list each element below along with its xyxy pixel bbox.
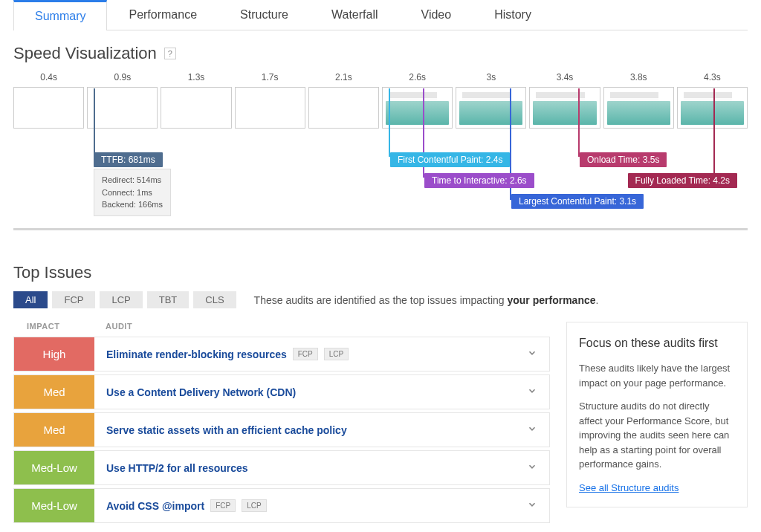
issues-table: IMPACT AUDIT HighEliminate render-blocki… xyxy=(13,322,550,526)
focus-box: Focus on these audits first These audits… xyxy=(566,322,748,507)
timeline-frame xyxy=(308,87,379,129)
pill-tti[interactable]: Time to Interactive: 2.6s xyxy=(424,173,534,188)
filter-all[interactable]: All xyxy=(13,291,48,308)
filter-desc-suffix: . xyxy=(596,294,599,306)
audit-tag: LCP xyxy=(242,499,266,512)
audit-tag: LCP xyxy=(324,348,349,360)
audit-cell[interactable]: Avoid CSS @importFCPLCP xyxy=(94,489,549,522)
marker-fcp-line xyxy=(389,88,390,157)
timeline-col: 1.3s xyxy=(161,72,231,129)
header-impact: IMPACT xyxy=(13,322,94,331)
chevron-down-icon xyxy=(527,348,537,360)
issue-row[interactable]: Med-LowAvoid CSS @importFCPLCP xyxy=(13,488,550,523)
timeline-label: 0.4s xyxy=(13,72,84,82)
focus-title: Focus on these audits first xyxy=(579,334,735,352)
timeline-col: 0.9s xyxy=(87,72,158,129)
filter-desc-bold: your performance xyxy=(507,294,595,306)
timeline-label: 1.3s xyxy=(161,72,231,82)
audit-cell[interactable]: Eliminate render-blocking resourcesFCPLC… xyxy=(94,337,549,371)
filter-description: These audits are identified as the top i… xyxy=(254,294,599,306)
timeline-col: 2.6s xyxy=(382,72,453,129)
audit-cell[interactable]: Use HTTP/2 for all resources xyxy=(94,451,549,484)
audit-tag: FCP xyxy=(293,348,318,360)
chevron-down-icon xyxy=(527,424,537,436)
impact-cell: Med xyxy=(14,375,94,409)
timeline-col: 1.7s xyxy=(235,72,305,129)
tab-summary[interactable]: Summary xyxy=(13,0,107,30)
chevron-down-icon xyxy=(527,461,537,474)
tab-waterfall[interactable]: Waterfall xyxy=(310,0,400,30)
top-issues-title: Top Issues xyxy=(13,263,748,282)
focus-p1: These audits likely have the largest imp… xyxy=(579,361,735,390)
timeline-frame xyxy=(677,87,748,129)
audit-cell[interactable]: Serve static assets with an efficient ca… xyxy=(94,413,549,447)
timeline-label: 0.9s xyxy=(87,72,158,82)
pill-ttfb[interactable]: TTFB: 681ms xyxy=(94,152,163,167)
pill-fcp[interactable]: First Contentful Paint: 2.4s xyxy=(390,152,510,167)
timeline-col: 0.4s xyxy=(13,72,84,129)
impact-cell: Med-Low xyxy=(14,451,94,484)
tab-structure[interactable]: Structure xyxy=(218,0,310,30)
impact-cell: Med-Low xyxy=(14,489,94,522)
ttfb-detail-box: Redirect: 514ms Connect: 1ms Backend: 16… xyxy=(94,169,171,216)
timeline-frame xyxy=(235,87,305,129)
impact-cell: Med xyxy=(14,413,94,447)
audit-title: Eliminate render-blocking resources xyxy=(106,348,287,360)
pill-lcp[interactable]: Largest Contentful Paint: 3.1s xyxy=(511,194,644,209)
issues-header: IMPACT AUDIT xyxy=(13,322,550,337)
timeline: 0.4s 0.9s 1.3s 1.7s 2.1s 2.6s 3s 3.4s xyxy=(13,72,748,129)
main-tabs: Summary Performance Structure Waterfall … xyxy=(13,0,748,30)
marker-full-line xyxy=(713,88,715,178)
filter-cls[interactable]: CLS xyxy=(193,291,236,308)
timeline-col: 3.4s xyxy=(529,72,600,129)
header-audit: AUDIT xyxy=(94,322,550,331)
audit-title: Avoid CSS @import xyxy=(106,500,204,512)
audit-cell[interactable]: Use a Content Delivery Network (CDN) xyxy=(94,375,549,409)
timeline-label: 2.6s xyxy=(382,72,453,82)
issue-row[interactable]: HighEliminate render-blocking resourcesF… xyxy=(13,337,550,372)
filter-desc-prefix: These audits are identified as the top i… xyxy=(254,294,508,306)
help-icon[interactable]: ? xyxy=(164,48,176,59)
focus-link[interactable]: See all Structure audits xyxy=(579,482,679,493)
timeline-label: 4.3s xyxy=(677,72,748,82)
tab-performance[interactable]: Performance xyxy=(107,0,218,30)
timeline-frame xyxy=(529,87,600,129)
tab-video[interactable]: Video xyxy=(400,0,473,30)
tab-history[interactable]: History xyxy=(473,0,553,30)
audit-title: Use HTTP/2 for all resources xyxy=(106,462,248,474)
timeline-frame xyxy=(87,87,158,129)
timeline-frame xyxy=(13,87,84,129)
timeline-label: 3.4s xyxy=(529,72,600,82)
issue-row[interactable]: MedUse a Content Delivery Network (CDN) xyxy=(13,374,550,409)
speed-visualization: 0.4s 0.9s 1.3s 1.7s 2.1s 2.6s 3s 3.4s xyxy=(13,72,748,230)
timeline-frame xyxy=(161,87,231,129)
timeline-label: 3.8s xyxy=(603,72,674,82)
marker-ttfb-line xyxy=(94,88,95,157)
timeline-col: 3s xyxy=(456,72,526,129)
audit-title: Serve static assets with an efficient ca… xyxy=(106,424,347,436)
timeline-col: 2.1s xyxy=(308,72,379,129)
pill-full[interactable]: Fully Loaded Time: 4.2s xyxy=(628,173,737,188)
ttfb-backend: Backend: 166ms xyxy=(102,198,163,211)
filter-fcp[interactable]: FCP xyxy=(52,291,95,308)
timeline-frame xyxy=(382,87,453,129)
timeline-col: 3.8s xyxy=(603,72,674,129)
ttfb-connect: Connect: 1ms xyxy=(102,186,163,199)
timeline-label: 2.1s xyxy=(308,72,379,82)
filter-tbt[interactable]: TBT xyxy=(147,291,190,308)
pill-onload[interactable]: Onload Time: 3.5s xyxy=(580,152,667,167)
ttfb-redirect: Redirect: 514ms xyxy=(102,174,163,186)
issue-row[interactable]: MedServe static assets with an efficient… xyxy=(13,412,550,447)
timeline-col: 4.3s xyxy=(677,72,748,129)
audit-tag: FCP xyxy=(210,499,236,512)
issues-layout: IMPACT AUDIT HighEliminate render-blocki… xyxy=(13,322,748,526)
filter-lcp[interactable]: LCP xyxy=(100,291,142,308)
timeline-frame xyxy=(603,87,674,129)
speed-viz-title: Speed Visualization ? xyxy=(13,44,748,63)
issue-row[interactable]: Med-LowUse HTTP/2 for all resources xyxy=(13,450,550,485)
speed-viz-title-text: Speed Visualization xyxy=(13,44,157,63)
chevron-down-icon xyxy=(527,386,537,398)
marker-onload-line xyxy=(578,88,580,157)
timeline-label: 1.7s xyxy=(235,72,305,82)
audit-title: Use a Content Delivery Network (CDN) xyxy=(106,386,296,398)
